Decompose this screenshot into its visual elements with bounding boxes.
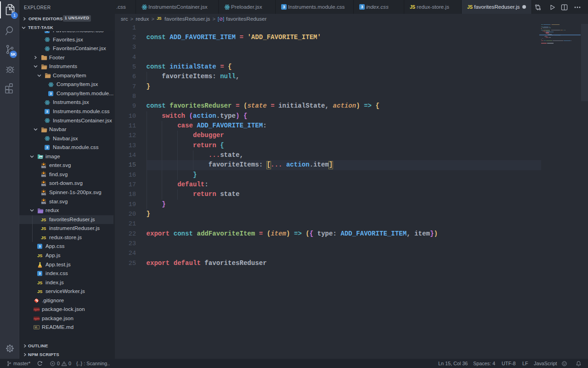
svg-text:SVG: SVG	[41, 193, 46, 196]
svg-text:SVG: SVG	[41, 184, 46, 186]
svg-text:SVG: SVG	[41, 166, 46, 168]
svg-text:SVG: SVG	[41, 175, 46, 177]
svg-text:SVG: SVG	[41, 202, 46, 204]
